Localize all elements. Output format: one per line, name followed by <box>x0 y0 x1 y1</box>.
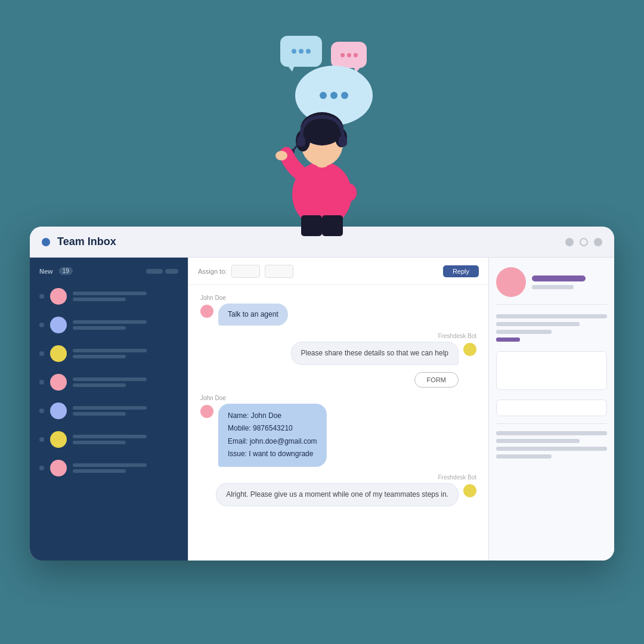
message-text: Please share these details so that we ca… <box>301 349 449 357</box>
nav-dot <box>39 351 44 356</box>
avatar <box>50 345 67 362</box>
message-row: Talk to an agent <box>200 304 476 326</box>
filter-bar-2 <box>165 269 178 274</box>
nav-dot <box>39 323 44 327</box>
text-line <box>73 469 126 473</box>
message-text: Alright. Please give us a moment while o… <box>226 490 448 499</box>
message-text: Name: John Doe Mobile: 9876543210 Email:… <box>228 411 317 459</box>
bot-avatar <box>463 484 476 497</box>
info-line <box>496 322 580 326</box>
divider <box>496 304 607 305</box>
message-group-3: John Doe Name: John Doe Mobile: 98765432… <box>200 395 476 467</box>
bot-label: Freshdesk Bot <box>200 333 476 339</box>
avatar <box>50 374 67 391</box>
assign-input-2[interactable] <box>265 265 293 278</box>
svg-point-10 <box>275 151 287 160</box>
message-group-4: Freshdesk Bot Alright. Please give us a … <box>200 474 476 506</box>
bubble-dot <box>306 49 311 54</box>
nav-dot <box>39 466 44 470</box>
info-text-area[interactable] <box>496 351 607 390</box>
nav-dot <box>39 380 44 385</box>
bubble-dot <box>354 53 358 57</box>
message-row: Please share these details so that we ca… <box>200 342 476 388</box>
item-text <box>73 463 178 473</box>
contact-sub-bar <box>532 285 574 289</box>
text-line <box>73 383 126 387</box>
illustration <box>233 36 411 239</box>
message-group-1: John Doe Talk to an agent <box>200 295 476 326</box>
message-bubble-bot-last: Alright. Please give us a moment while o… <box>216 483 459 506</box>
speech-bubble-blue <box>280 36 322 67</box>
bubble-dot <box>292 49 296 54</box>
control-dot-1[interactable] <box>565 238 574 246</box>
list-item[interactable] <box>30 282 188 311</box>
control-dot-2[interactable] <box>580 238 588 246</box>
info-line <box>496 431 607 435</box>
contact-avatar <box>496 267 526 297</box>
message-group-2: Freshdesk Bot Please share these details… <box>200 333 476 388</box>
bubble-dot <box>340 53 345 57</box>
item-text <box>73 435 178 444</box>
info-line <box>496 447 607 451</box>
svg-rect-11 <box>301 215 322 236</box>
avatar <box>200 305 213 318</box>
item-text <box>73 320 178 330</box>
text-line <box>73 406 147 410</box>
list-item[interactable] <box>30 425 188 454</box>
control-dot-3[interactable] <box>594 238 602 246</box>
left-sidebar: New 19 <box>30 258 188 561</box>
reply-button[interactable]: Reply <box>443 265 479 277</box>
message-bubble-user-detail: Name: John Doe Mobile: 9876543210 Email:… <box>218 404 327 467</box>
avatar <box>50 402 67 419</box>
list-item[interactable] <box>30 311 188 339</box>
svg-rect-12 <box>322 215 343 236</box>
list-item[interactable] <box>30 368 188 397</box>
sender-label: John Doe <box>200 295 476 301</box>
text-line <box>73 412 126 416</box>
input-field[interactable] <box>496 400 607 416</box>
sidebar-items-list <box>30 282 188 482</box>
assign-input-1[interactable] <box>231 265 260 278</box>
list-item[interactable] <box>30 454 188 482</box>
nav-dot <box>39 437 44 442</box>
window-controls <box>565 238 602 246</box>
content-area: New 19 <box>30 258 614 561</box>
item-text <box>73 292 178 301</box>
text-line <box>73 298 126 301</box>
window-icon-dot <box>42 238 50 246</box>
message-bubble-bot: Please share these details so that we ca… <box>291 342 459 365</box>
bot-label: Freshdesk Bot <box>200 474 476 481</box>
accent-bar <box>496 338 520 342</box>
text-line <box>73 377 147 381</box>
message-bubble-user: Talk to an agent <box>218 304 288 326</box>
svg-rect-7 <box>339 136 347 147</box>
item-text <box>73 349 178 358</box>
new-count: 19 <box>59 267 73 275</box>
list-item[interactable] <box>30 397 188 425</box>
new-label: New <box>39 268 53 275</box>
right-panel <box>489 258 614 561</box>
item-text <box>73 406 178 416</box>
main-window: Team Inbox New 19 <box>30 227 614 561</box>
avatar <box>50 288 67 305</box>
chat-area: Assign to: Reply John Doe Talk to an age… <box>188 258 489 561</box>
filter-controls <box>146 269 178 274</box>
info-section-1 <box>496 314 607 342</box>
chat-messages: John Doe Talk to an agent Freshdesk Bot <box>188 285 488 561</box>
svg-line-8 <box>293 145 297 150</box>
text-line <box>73 463 147 467</box>
sender-label: John Doe <box>200 395 476 401</box>
message-row: Alright. Please give us a moment while o… <box>200 483 476 506</box>
list-item[interactable] <box>30 339 188 368</box>
nav-dot <box>39 294 44 299</box>
divider <box>496 423 607 424</box>
text-line <box>73 292 147 295</box>
speech-bubble-pink <box>331 42 367 68</box>
svg-rect-6 <box>297 136 305 147</box>
bubble-dot <box>347 53 351 57</box>
info-line <box>496 314 607 318</box>
form-button[interactable]: FORM <box>414 372 459 388</box>
filter-bar-1 <box>146 269 163 274</box>
info-line <box>496 330 552 334</box>
bot-avatar <box>463 343 476 356</box>
